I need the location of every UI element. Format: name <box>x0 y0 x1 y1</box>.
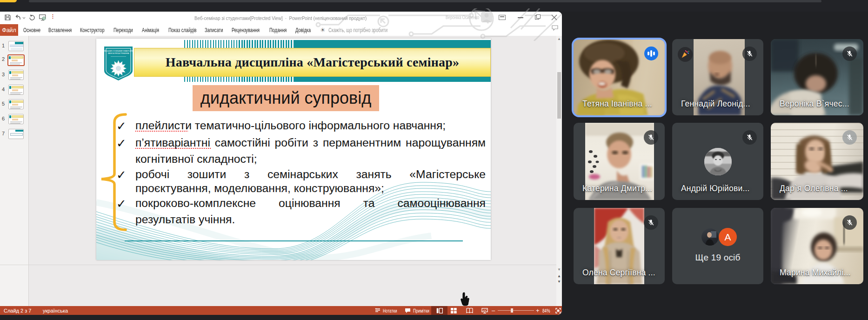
svg-text:КИЇВСЬКИЙ СТОЛИЧНИЙ УНІВЕРСИТЕ: КИЇВСЬКИЙ СТОЛИЧНИЙ УНІВЕРСИТЕТ <box>104 50 133 52</box>
svg-text:ІМЕНІ БОРИСА ГРІНЧЕНКА: ІМЕНІ БОРИСА ГРІНЧЕНКА <box>108 53 129 54</box>
